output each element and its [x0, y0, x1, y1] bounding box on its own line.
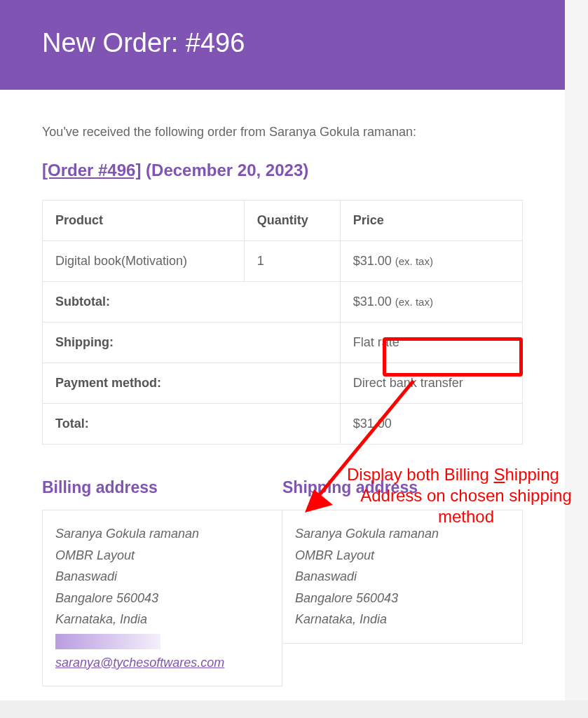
total-row: Total: $31.00: [43, 404, 523, 445]
shipping-heading: Shipping address: [282, 478, 523, 497]
payment-row: Payment method: Direct bank transfer: [43, 363, 523, 404]
order-heading: [Order #496] (December 20, 2023): [42, 161, 523, 180]
shipping-label: Shipping:: [43, 323, 341, 363]
shipping-row: Shipping: Flat rate: [43, 323, 523, 363]
billing-redacted: [55, 634, 160, 649]
col-product: Product: [43, 201, 245, 241]
shipping-line4: Karnataka, India: [295, 609, 510, 630]
shipping-block: Shipping address Saranya Gokula ramanan …: [282, 478, 523, 686]
total-value: $31.00: [340, 404, 522, 445]
table-header-row: Product Quantity Price: [43, 201, 523, 241]
email-container: New Order: #496 You've received the foll…: [0, 0, 565, 700]
item-quantity: 1: [244, 241, 340, 282]
shipping-name: Saranya Gokula ramanan: [295, 523, 510, 545]
order-date: (December 20, 2023): [146, 161, 308, 180]
subtotal-value: $31.00 (ex. tax): [340, 282, 522, 323]
billing-line3: Bangalore 560043: [55, 588, 269, 609]
subtotal-amount: $31.00: [353, 294, 392, 309]
payment-label: Payment method:: [43, 363, 341, 404]
email-body: You've received the following order from…: [0, 90, 565, 700]
email-header: New Order: #496: [0, 0, 565, 90]
total-label: Total:: [43, 404, 341, 445]
payment-value: Direct bank transfer: [340, 363, 522, 404]
billing-line1: OMBR Layout: [55, 545, 269, 567]
item-product: Digital book(Motivation): [43, 241, 245, 282]
billing-box: Saranya Gokula ramanan OMBR Layout Banas…: [42, 510, 282, 686]
shipping-line1: OMBR Layout: [295, 545, 510, 567]
intro-text: You've received the following order from…: [42, 125, 523, 140]
billing-line4: Karnataka, India: [55, 609, 269, 630]
item-price: $31.00 (ex. tax): [340, 241, 522, 282]
subtotal-row: Subtotal: $31.00 (ex. tax): [43, 282, 523, 323]
addresses: Billing address Saranya Gokula ramanan O…: [42, 478, 523, 686]
billing-email-link[interactable]: saranya@tychesoftwares.com: [55, 656, 224, 670]
subtotal-label: Subtotal:: [43, 282, 341, 323]
item-price-suffix: (ex. tax): [395, 255, 433, 267]
billing-line2: Banaswadi: [55, 566, 269, 588]
billing-name: Saranya Gokula ramanan: [55, 523, 269, 545]
billing-heading: Billing address: [42, 478, 282, 497]
billing-block: Billing address Saranya Gokula ramanan O…: [42, 478, 282, 686]
col-quantity: Quantity: [244, 201, 340, 241]
item-price-amount: $31.00: [353, 254, 392, 268]
shipping-line2: Banaswadi: [295, 566, 510, 588]
col-price: Price: [340, 201, 522, 241]
shipping-box: Saranya Gokula ramanan OMBR Layout Banas…: [282, 510, 523, 644]
table-row: Digital book(Motivation) 1 $31.00 (ex. t…: [43, 241, 523, 282]
subtotal-suffix: (ex. tax): [395, 296, 433, 308]
order-table: Product Quantity Price Digital book(Moti…: [42, 200, 523, 445]
email-title: New Order: #496: [42, 28, 523, 58]
shipping-value: Flat rate: [340, 323, 522, 363]
order-link[interactable]: [Order #496]: [42, 161, 141, 180]
shipping-line3: Bangalore 560043: [295, 588, 510, 609]
